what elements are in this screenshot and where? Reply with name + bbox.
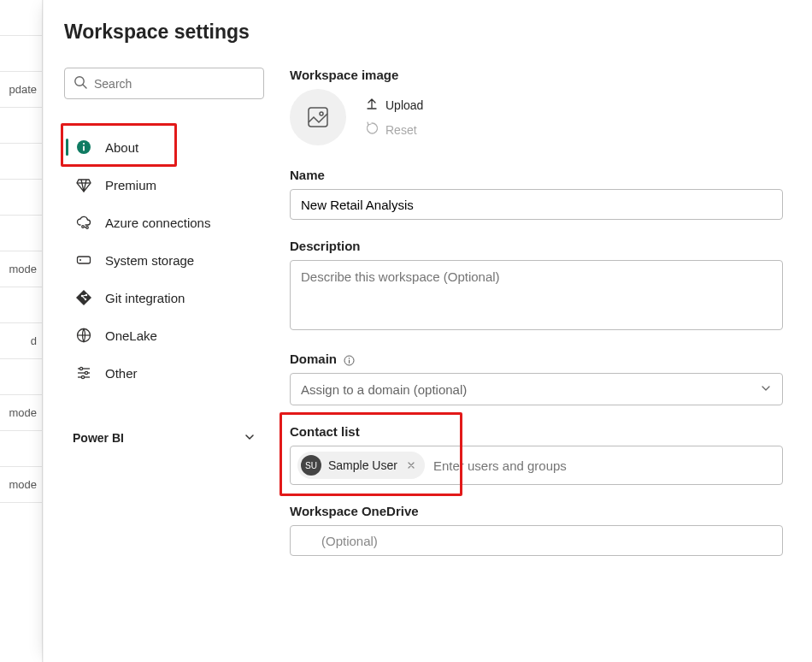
sidebar-item-label: System storage bbox=[105, 253, 194, 268]
svg-line-7 bbox=[84, 227, 86, 228]
sidebar-item-label: Premium bbox=[105, 178, 156, 192]
svg-rect-27 bbox=[349, 359, 350, 363]
diamond-icon bbox=[74, 175, 93, 194]
onedrive-placeholder: (Optional) bbox=[321, 534, 378, 548]
cloud-link-icon bbox=[74, 213, 93, 232]
description-label: Description bbox=[290, 239, 783, 253]
bg-row: mode bbox=[0, 467, 42, 503]
bg-row: pdate bbox=[0, 72, 42, 108]
bg-row: mode bbox=[0, 395, 42, 431]
bg-row bbox=[0, 144, 42, 180]
reset-icon bbox=[365, 121, 379, 138]
storage-icon bbox=[74, 251, 93, 269]
page-title: Workspace settings bbox=[64, 21, 783, 44]
sliders-icon bbox=[74, 364, 93, 382]
svg-point-4 bbox=[83, 143, 85, 145]
svg-rect-3 bbox=[83, 146, 85, 151]
bg-row bbox=[0, 0, 42, 36]
contact-list-label: Contact list bbox=[290, 424, 783, 439]
sidebar-group-powerbi[interactable]: Power BI bbox=[64, 419, 264, 457]
bg-row bbox=[0, 216, 42, 251]
description-input[interactable] bbox=[290, 260, 783, 330]
svg-rect-8 bbox=[78, 257, 91, 263]
onedrive-input[interactable]: (Optional) bbox=[290, 525, 783, 556]
chevron-down-icon bbox=[760, 382, 772, 397]
sidebar-item-about[interactable]: About bbox=[64, 128, 264, 166]
sidebar-item-label: Git integration bbox=[105, 291, 185, 305]
bg-row bbox=[0, 431, 42, 467]
svg-point-9 bbox=[79, 259, 81, 261]
bg-row bbox=[0, 180, 42, 216]
svg-point-22 bbox=[81, 375, 84, 378]
bg-row bbox=[0, 359, 42, 395]
git-icon bbox=[74, 288, 93, 307]
workspace-image-label: Workspace image bbox=[290, 68, 783, 82]
contact-list-text-input[interactable] bbox=[433, 458, 775, 473]
sidebar-item-premium[interactable]: Premium bbox=[64, 166, 264, 204]
reset-button: Reset bbox=[365, 121, 423, 138]
upload-label: Upload bbox=[385, 98, 423, 112]
avatar: SU bbox=[301, 455, 321, 476]
background-column: pdate mode d mode mode bbox=[0, 0, 43, 662]
domain-placeholder: Assign to a domain (optional) bbox=[301, 382, 467, 397]
contact-list-input[interactable]: SU Sample User bbox=[290, 446, 783, 485]
sidebar-group-label: Power BI bbox=[73, 431, 124, 445]
svg-point-28 bbox=[349, 358, 350, 358]
contact-chip[interactable]: SU Sample User bbox=[297, 452, 425, 479]
chip-name: Sample User bbox=[328, 458, 397, 472]
sidebar-item-onelake[interactable]: OneLake bbox=[64, 316, 264, 354]
svg-point-24 bbox=[320, 112, 323, 115]
image-icon bbox=[306, 105, 330, 129]
chip-remove-icon[interactable] bbox=[404, 458, 418, 472]
onelake-icon bbox=[74, 326, 93, 345]
bg-row bbox=[0, 108, 42, 144]
chevron-down-icon bbox=[244, 431, 256, 446]
svg-point-6 bbox=[86, 227, 89, 229]
svg-line-14 bbox=[83, 295, 86, 296]
sidebar: About Premium Azure connections bbox=[64, 68, 264, 641]
sidebar-item-system-storage[interactable]: System storage bbox=[64, 241, 264, 279]
search-input-wrapper[interactable] bbox=[64, 68, 264, 99]
search-input[interactable] bbox=[94, 77, 255, 91]
upload-button[interactable]: Upload bbox=[365, 97, 423, 113]
main-form: Workspace image Upload bbox=[290, 68, 783, 641]
workspace-image-placeholder[interactable] bbox=[290, 89, 346, 145]
bg-row bbox=[0, 287, 42, 323]
bg-row: d bbox=[0, 323, 42, 359]
sidebar-item-label: Other bbox=[105, 366, 138, 381]
info-icon[interactable] bbox=[344, 355, 355, 366]
domain-select[interactable]: Assign to a domain (optional) bbox=[290, 373, 783, 405]
settings-panel: Workspace settings About bbox=[43, 0, 812, 662]
search-icon bbox=[74, 75, 94, 92]
svg-point-20 bbox=[85, 371, 87, 374]
sidebar-item-other[interactable]: Other bbox=[64, 354, 264, 392]
reset-label: Reset bbox=[385, 123, 417, 137]
sidebar-item-label: Azure connections bbox=[105, 216, 210, 230]
bg-row: mode bbox=[0, 251, 42, 287]
svg-line-1 bbox=[83, 85, 86, 88]
info-icon bbox=[74, 138, 93, 157]
sidebar-item-label: OneLake bbox=[105, 328, 157, 343]
name-label: Name bbox=[290, 168, 783, 182]
name-input[interactable] bbox=[290, 189, 783, 220]
sidebar-item-label: About bbox=[105, 140, 138, 155]
sidebar-item-azure-connections[interactable]: Azure connections bbox=[64, 204, 264, 241]
sidebar-item-git-integration[interactable]: Git integration bbox=[64, 279, 264, 316]
upload-icon bbox=[365, 97, 379, 113]
domain-label: Domain bbox=[290, 352, 783, 366]
svg-point-5 bbox=[82, 226, 85, 228]
onedrive-label: Workspace OneDrive bbox=[290, 504, 783, 518]
bg-row bbox=[0, 36, 42, 72]
svg-point-12 bbox=[85, 294, 87, 296]
svg-point-18 bbox=[79, 367, 82, 369]
